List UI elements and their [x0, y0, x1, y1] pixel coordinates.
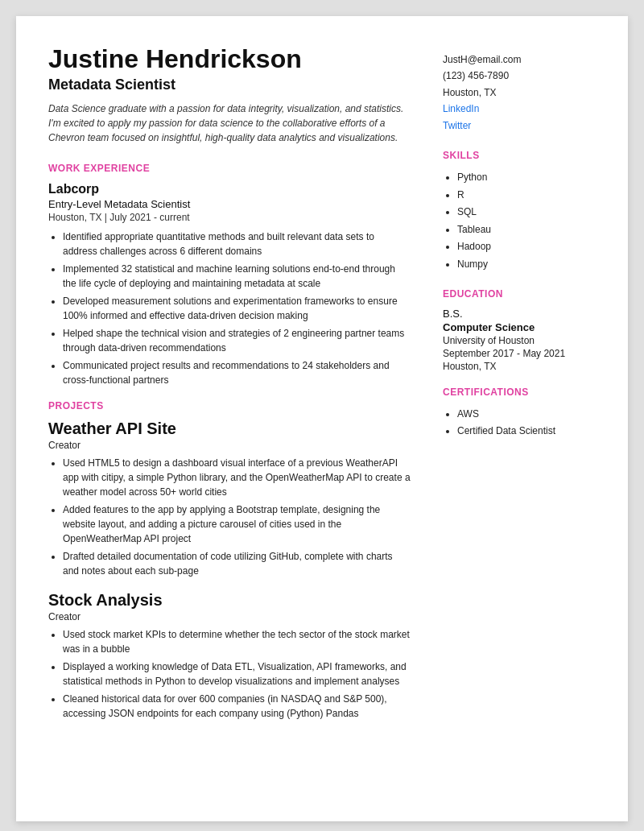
project-1-bullet-2: Added features to the app by applying a … [63, 502, 411, 546]
work-bullet-2: Implemented 32 statistical and machine l… [63, 262, 411, 291]
project-2-bullets: Used stock market KPIs to determine whet… [48, 627, 411, 721]
work-bullet-3: Developed measurement solutions and expe… [63, 294, 411, 323]
project-2-role: Creator [48, 611, 411, 622]
work-bullets: Identified appropriate quantitative meth… [48, 229, 411, 387]
skill-r: R [457, 187, 596, 205]
project-2-bullet-3: Cleaned historical data for over 600 com… [63, 692, 411, 721]
projects-heading: PROJECTS [48, 400, 411, 411]
skill-tableau: Tableau [457, 221, 596, 239]
contact-section: JustH@email.com (123) 456-7890 Houston, … [443, 52, 596, 134]
project-1-role: Creator [48, 440, 411, 451]
project-2-name: Stock Analysis [48, 591, 411, 610]
candidate-summary: Data Science graduate with a passion for… [48, 101, 411, 145]
contact-email: JustH@email.com [443, 54, 522, 65]
twitter-link[interactable]: Twitter [443, 118, 596, 134]
job-title: Entry-Level Metadata Scientist [48, 198, 411, 210]
certifications-list: AWS Certified Data Scientist [443, 406, 596, 440]
candidate-name: Justine Hendrickson [48, 45, 411, 73]
right-column: JustH@email.com (123) 456-7890 Houston, … [435, 45, 596, 789]
project-weather-api: Weather API Site Creator Used HTML5 to d… [48, 420, 411, 578]
work-bullet-4: Helped shape the technical vision and st… [63, 326, 411, 355]
education-major: Computer Science [443, 321, 596, 333]
work-experience-heading: WORK EXPERIENCE [48, 163, 411, 174]
project-1-bullets: Used HTML5 to design a dashboard visual … [48, 456, 411, 578]
project-stock-analysis: Stock Analysis Creator Used stock market… [48, 591, 411, 721]
project-2-bullet-1: Used stock market KPIs to determine whet… [63, 627, 411, 656]
resume-page: Justine Hendrickson Metadata Scientist D… [16, 16, 628, 821]
company-name: Labcorp [48, 182, 411, 196]
linkedin-link[interactable]: LinkedIn [443, 101, 596, 117]
project-1-name: Weather API Site [48, 420, 411, 438]
work-bullet-1: Identified appropriate quantitative meth… [63, 229, 411, 258]
education-degree: B.S. [443, 308, 596, 320]
work-experience-section: WORK EXPERIENCE Labcorp Entry-Level Meta… [48, 163, 411, 387]
work-block-labcorp: Labcorp Entry-Level Metadata Scientist H… [48, 182, 411, 387]
skill-python: Python [457, 169, 596, 187]
education-location: Houston, TX [443, 361, 596, 372]
education-school: University of Houston [443, 335, 596, 346]
skills-heading: SKILLS [443, 150, 596, 161]
education-heading: EDUCATION [443, 288, 596, 300]
cert-data-scientist: Certified Data Scientist [457, 423, 596, 440]
skill-numpy: Numpy [457, 256, 596, 274]
education-dates: September 2017 - May 2021 [443, 348, 596, 359]
contact-phone: (123) 456-7890 [443, 70, 509, 81]
projects-section: PROJECTS Weather API Site Creator Used H… [48, 400, 411, 721]
certifications-section: CERTIFICATIONS AWS Certified Data Scient… [443, 387, 596, 440]
left-column: Justine Hendrickson Metadata Scientist D… [48, 45, 435, 789]
cert-aws: AWS [457, 406, 596, 424]
candidate-title: Metadata Scientist [48, 76, 411, 93]
contact-location: Houston, TX [443, 87, 496, 98]
project-1-bullet-3: Drafted detailed documentation of code u… [63, 549, 411, 578]
work-bullet-5: Communicated project results and recomme… [63, 358, 411, 387]
skill-hadoop: Hadoop [457, 238, 596, 256]
project-2-bullet-2: Displayed a working knowledge of Data ET… [63, 659, 411, 688]
skill-sql: SQL [457, 204, 596, 221]
certifications-heading: CERTIFICATIONS [443, 387, 596, 398]
job-location-date: Houston, TX | July 2021 - current [48, 212, 411, 223]
skills-section: SKILLS Python R SQL Tableau Hadoop Numpy [443, 150, 596, 274]
project-1-bullet-1: Used HTML5 to design a dashboard visual … [63, 456, 411, 499]
skills-list: Python R SQL Tableau Hadoop Numpy [443, 169, 596, 274]
education-section: EDUCATION B.S. Computer Science Universi… [443, 288, 596, 372]
